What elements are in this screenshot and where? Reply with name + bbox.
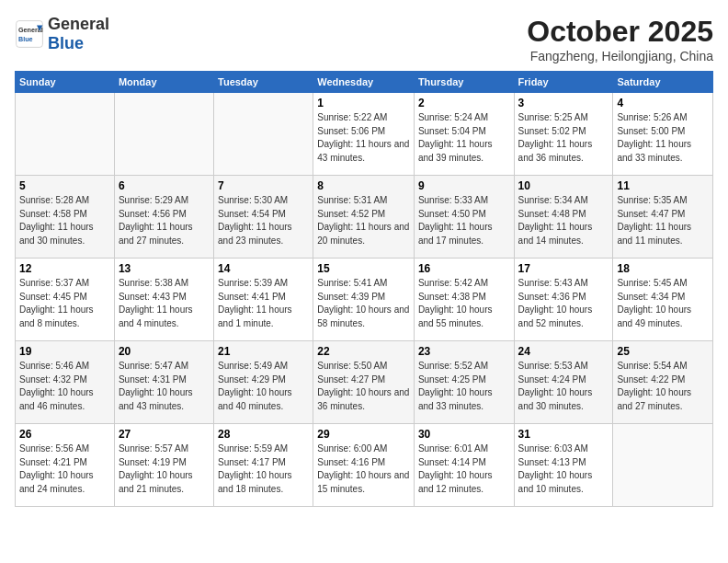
weekday-header-monday: Monday	[114, 72, 213, 93]
calendar-cell: 24Sunrise: 5:53 AM Sunset: 4:24 PM Dayli…	[514, 341, 613, 424]
calendar-cell	[214, 93, 313, 176]
calendar-cell: 25Sunrise: 5:54 AM Sunset: 4:22 PM Dayli…	[613, 341, 713, 424]
day-info: Sunrise: 5:47 AM Sunset: 4:31 PM Dayligh…	[119, 360, 210, 413]
calendar-cell: 27Sunrise: 5:57 AM Sunset: 4:19 PM Dayli…	[114, 424, 213, 507]
calendar-cell: 31Sunrise: 6:03 AM Sunset: 4:13 PM Dayli…	[514, 424, 613, 507]
day-number: 15	[317, 262, 410, 275]
calendar-cell	[114, 93, 213, 176]
day-number: 7	[218, 179, 309, 192]
day-info: Sunrise: 5:39 AM Sunset: 4:41 PM Dayligh…	[218, 277, 309, 330]
calendar-cell: 4Sunrise: 5:26 AM Sunset: 5:00 PM Daylig…	[613, 93, 713, 176]
calendar-cell: 23Sunrise: 5:52 AM Sunset: 4:25 PM Dayli…	[414, 341, 514, 424]
day-number: 9	[418, 179, 510, 192]
day-number: 14	[218, 262, 309, 275]
calendar-cell: 19Sunrise: 5:46 AM Sunset: 4:32 PM Dayli…	[16, 341, 115, 424]
day-number: 5	[19, 179, 110, 192]
day-info: Sunrise: 5:41 AM Sunset: 4:39 PM Dayligh…	[317, 277, 410, 330]
weekday-header-saturday: Saturday	[613, 72, 713, 93]
weekday-header-sunday: Sunday	[16, 72, 115, 93]
day-number: 10	[518, 179, 609, 192]
weekday-header-wednesday: Wednesday	[313, 72, 415, 93]
day-info: Sunrise: 5:53 AM Sunset: 4:24 PM Dayligh…	[518, 360, 609, 413]
day-info: Sunrise: 5:37 AM Sunset: 4:45 PM Dayligh…	[19, 277, 110, 330]
location: Fangzheng, Heilongjiang, China	[527, 49, 713, 63]
day-number: 19	[19, 345, 110, 358]
calendar-cell: 15Sunrise: 5:41 AM Sunset: 4:39 PM Dayli…	[313, 259, 415, 341]
day-info: Sunrise: 6:03 AM Sunset: 4:13 PM Dayligh…	[518, 442, 609, 496]
calendar-cell: 29Sunrise: 6:00 AM Sunset: 4:16 PM Dayli…	[313, 424, 415, 507]
calendar-cell: 18Sunrise: 5:45 AM Sunset: 4:34 PM Dayli…	[613, 259, 713, 341]
day-info: Sunrise: 5:30 AM Sunset: 4:54 PM Dayligh…	[218, 194, 309, 247]
logo-icon: General Blue	[15, 19, 44, 49]
calendar-week-row: 1Sunrise: 5:22 AM Sunset: 5:06 PM Daylig…	[16, 93, 713, 176]
calendar-cell: 12Sunrise: 5:37 AM Sunset: 4:45 PM Dayli…	[16, 259, 115, 341]
day-number: 6	[119, 179, 210, 192]
day-info: Sunrise: 5:49 AM Sunset: 4:29 PM Dayligh…	[218, 360, 309, 413]
calendar-week-row: 26Sunrise: 5:56 AM Sunset: 4:21 PM Dayli…	[16, 424, 713, 507]
calendar-cell: 10Sunrise: 5:34 AM Sunset: 4:48 PM Dayli…	[514, 176, 613, 259]
day-number: 23	[418, 345, 510, 358]
month-title: October 2025	[527, 15, 713, 49]
day-number: 30	[418, 428, 510, 441]
day-info: Sunrise: 5:57 AM Sunset: 4:19 PM Dayligh…	[119, 442, 210, 496]
day-number: 25	[617, 345, 709, 358]
day-info: Sunrise: 6:00 AM Sunset: 4:16 PM Dayligh…	[317, 442, 410, 496]
day-number: 20	[119, 345, 210, 358]
day-info: Sunrise: 5:28 AM Sunset: 4:58 PM Dayligh…	[19, 194, 110, 247]
day-info: Sunrise: 5:38 AM Sunset: 4:43 PM Dayligh…	[119, 277, 210, 330]
page-header: General Blue General Blue October 2025 F…	[15, 15, 713, 63]
day-info: Sunrise: 5:24 AM Sunset: 5:04 PM Dayligh…	[418, 111, 510, 165]
day-number: 12	[19, 262, 110, 275]
calendar-cell: 11Sunrise: 5:35 AM Sunset: 4:47 PM Dayli…	[613, 176, 713, 259]
day-info: Sunrise: 5:26 AM Sunset: 5:00 PM Dayligh…	[617, 111, 709, 165]
day-number: 2	[418, 97, 510, 109]
day-info: Sunrise: 5:42 AM Sunset: 4:38 PM Dayligh…	[418, 277, 510, 330]
day-number: 27	[119, 428, 210, 441]
day-number: 13	[119, 262, 210, 275]
calendar-cell: 21Sunrise: 5:49 AM Sunset: 4:29 PM Dayli…	[214, 341, 313, 424]
calendar-cell: 16Sunrise: 5:42 AM Sunset: 4:38 PM Dayli…	[414, 259, 514, 341]
day-number: 18	[617, 262, 709, 275]
day-info: Sunrise: 5:43 AM Sunset: 4:36 PM Dayligh…	[518, 277, 609, 330]
day-number: 21	[218, 345, 309, 358]
logo: General Blue General Blue	[15, 15, 109, 53]
day-info: Sunrise: 5:22 AM Sunset: 5:06 PM Dayligh…	[317, 111, 410, 165]
day-info: Sunrise: 5:31 AM Sunset: 4:52 PM Dayligh…	[317, 194, 410, 247]
logo-blue-text: Blue	[48, 34, 84, 52]
day-number: 28	[218, 428, 309, 441]
day-number: 22	[317, 345, 410, 358]
day-number: 29	[317, 428, 410, 441]
calendar-week-row: 12Sunrise: 5:37 AM Sunset: 4:45 PM Dayli…	[16, 259, 713, 341]
day-info: Sunrise: 5:52 AM Sunset: 4:25 PM Dayligh…	[418, 360, 510, 413]
day-number: 16	[418, 262, 510, 275]
weekday-header-row: SundayMondayTuesdayWednesdayThursdayFrid…	[16, 72, 713, 93]
day-number: 3	[518, 97, 609, 109]
day-info: Sunrise: 6:01 AM Sunset: 4:14 PM Dayligh…	[418, 442, 510, 496]
day-info: Sunrise: 5:33 AM Sunset: 4:50 PM Dayligh…	[418, 194, 510, 247]
day-info: Sunrise: 5:56 AM Sunset: 4:21 PM Dayligh…	[19, 442, 110, 496]
calendar-week-row: 19Sunrise: 5:46 AM Sunset: 4:32 PM Dayli…	[16, 341, 713, 424]
day-info: Sunrise: 5:50 AM Sunset: 4:27 PM Dayligh…	[317, 360, 410, 413]
weekday-header-friday: Friday	[514, 72, 613, 93]
logo-general-text: General	[48, 15, 109, 33]
calendar-cell: 28Sunrise: 5:59 AM Sunset: 4:17 PM Dayli…	[214, 424, 313, 507]
day-info: Sunrise: 5:45 AM Sunset: 4:34 PM Dayligh…	[617, 277, 709, 330]
day-number: 1	[317, 97, 410, 109]
day-number: 17	[518, 262, 609, 275]
day-number: 31	[518, 428, 609, 441]
day-info: Sunrise: 5:29 AM Sunset: 4:56 PM Dayligh…	[119, 194, 210, 247]
calendar-cell: 26Sunrise: 5:56 AM Sunset: 4:21 PM Dayli…	[16, 424, 115, 507]
calendar-table: SundayMondayTuesdayWednesdayThursdayFrid…	[15, 71, 713, 507]
calendar-cell: 8Sunrise: 5:31 AM Sunset: 4:52 PM Daylig…	[313, 176, 415, 259]
calendar-cell: 17Sunrise: 5:43 AM Sunset: 4:36 PM Dayli…	[514, 259, 613, 341]
calendar-cell: 5Sunrise: 5:28 AM Sunset: 4:58 PM Daylig…	[16, 176, 115, 259]
day-info: Sunrise: 5:35 AM Sunset: 4:47 PM Dayligh…	[617, 194, 709, 247]
day-info: Sunrise: 5:25 AM Sunset: 5:02 PM Dayligh…	[518, 111, 609, 165]
calendar-cell: 7Sunrise: 5:30 AM Sunset: 4:54 PM Daylig…	[214, 176, 313, 259]
day-info: Sunrise: 5:54 AM Sunset: 4:22 PM Dayligh…	[617, 360, 709, 413]
calendar-week-row: 5Sunrise: 5:28 AM Sunset: 4:58 PM Daylig…	[16, 176, 713, 259]
calendar-cell: 6Sunrise: 5:29 AM Sunset: 4:56 PM Daylig…	[114, 176, 213, 259]
day-number: 8	[317, 179, 410, 192]
calendar-cell: 2Sunrise: 5:24 AM Sunset: 5:04 PM Daylig…	[414, 93, 514, 176]
day-number: 11	[617, 179, 709, 192]
